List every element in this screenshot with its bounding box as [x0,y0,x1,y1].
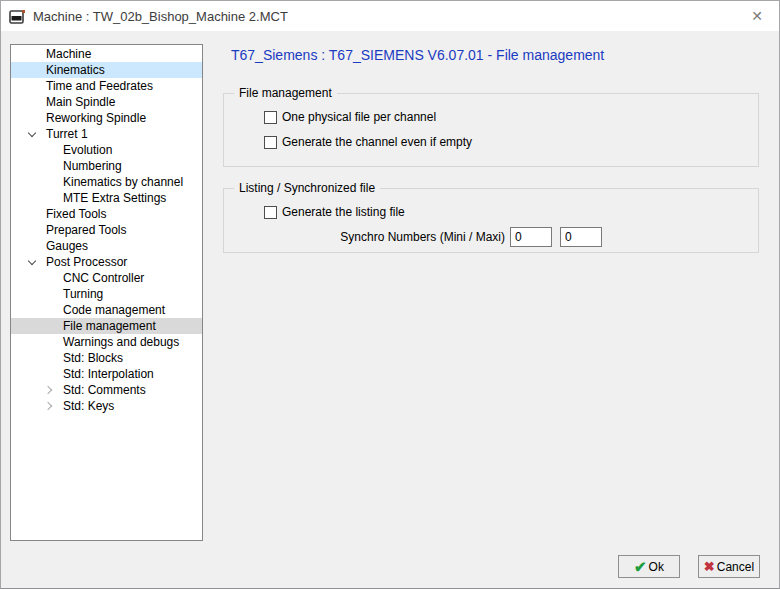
tree-item-label: Std: Comments [63,383,146,397]
tree-item-prepared-tools[interactable]: Prepared Tools [11,222,202,238]
synchro-numbers-label: Synchro Numbers (Mini / Maxi) [224,230,505,244]
synchro-maxi-field[interactable] [560,227,602,247]
tree-item-label: Std: Blocks [63,351,123,365]
checkbox-row: One physical file per channel [264,110,436,124]
tree-item-post-processor[interactable]: Post Processor [11,254,202,270]
tree-item-code-management[interactable]: Code management [11,302,202,318]
title-bar: Machine : TW_02b_Bishop_Machine 2.MCT ✕ [1,1,779,31]
x-icon: ✖ [704,560,715,573]
tree-item-label: Time and Feedrates [46,79,153,93]
tree-item-label: Prepared Tools [46,223,127,237]
machine-icon [9,9,26,24]
tree-item-label: Kinematics by channel [63,175,183,189]
tree-item-label: Evolution [63,143,112,157]
tree-item-label: Code management [63,303,165,317]
close-icon[interactable]: ✕ [735,1,779,31]
tree-item-gauges[interactable]: Gauges [11,238,202,254]
group-listing-synchronized-file: Listing / Synchronized file Generate the… [223,188,759,253]
checkbox-generate-listing-file[interactable] [264,206,277,219]
tree-item-label: Main Spindle [46,95,115,109]
cancel-button[interactable]: ✖ Cancel [698,555,760,578]
tree-item-label: Kinematics [46,63,105,77]
tree-item-numbering[interactable]: Numbering [11,158,202,174]
tree-item-label: Std: Keys [63,399,114,413]
tree-item-label: File management [63,319,156,333]
checkbox-one-physical-file-per-channel[interactable] [264,111,277,124]
tree-item-std-interpolation[interactable]: Std: Interpolation [11,366,202,382]
tree-item-std-blocks[interactable]: Std: Blocks [11,350,202,366]
window-title: Machine : TW_02b_Bishop_Machine 2.MCT [33,9,288,24]
ok-button-label: Ok [649,560,664,574]
cancel-button-label: Cancel [717,560,754,574]
tree-item-label: Turning [63,287,103,301]
tree-item-label: Turret 1 [46,127,88,141]
tree-item-turning[interactable]: Turning [11,286,202,302]
chevron-right-icon[interactable] [41,382,57,398]
tree-item-label: Numbering [63,159,122,173]
tree-item-std-keys[interactable]: Std: Keys [11,398,202,414]
tree-item-turret-1[interactable]: Turret 1 [11,126,202,142]
machine-settings-tree: Machine Kinematics Time and Feedrates Ma… [10,44,203,541]
tree-item-mte-extra-settings[interactable]: MTE Extra Settings [11,190,202,206]
group-title: Listing / Synchronized file [234,181,380,195]
tree-item-label: Fixed Tools [46,207,106,221]
tree-item-file-management[interactable]: File management [11,318,202,334]
tree-item-label: CNC Controller [63,271,144,285]
tree-item-kinematics-by-channel[interactable]: Kinematics by channel [11,174,202,190]
tree-item-reworking-spindle[interactable]: Reworking Spindle [11,110,202,126]
tree-item-kinematics[interactable]: Kinematics [11,62,202,78]
tree-item-label: MTE Extra Settings [63,191,166,205]
tree-item-evolution[interactable]: Evolution [11,142,202,158]
checkbox-label: One physical file per channel [282,110,436,124]
ok-button[interactable]: ✔ Ok [618,555,680,578]
chevron-down-icon[interactable] [24,126,40,142]
page-title: T67_Siemens : T67_SIEMENS V6.07.01 - Fil… [231,47,604,63]
tree-item-label: Post Processor [46,255,127,269]
tree-item-main-spindle[interactable]: Main Spindle [11,94,202,110]
tree-item-label: Reworking Spindle [46,111,146,125]
tree-item-warnings-and-debugs[interactable]: Warnings and debugs [11,334,202,350]
tree-item-label: Warnings and debugs [63,335,179,349]
chevron-right-icon[interactable] [41,398,57,414]
machine-dialog: Machine : TW_02b_Bishop_Machine 2.MCT ✕ … [0,0,780,589]
chevron-down-icon[interactable] [24,254,40,270]
tree-item-label: Std: Interpolation [63,367,154,381]
checkbox-label: Generate the listing file [282,205,405,219]
tree-item-cnc-controller[interactable]: CNC Controller [11,270,202,286]
check-icon: ✔ [634,559,647,574]
tree-item-label: Machine [46,47,91,61]
tree-item-time-and-feedrates[interactable]: Time and Feedrates [11,78,202,94]
tree-item-label: Gauges [46,239,88,253]
checkbox-row: Generate the channel even if empty [264,135,472,149]
group-file-management: File management One physical file per ch… [223,93,759,167]
tree-item-machine[interactable]: Machine [11,46,202,62]
checkbox-label: Generate the channel even if empty [282,135,472,149]
synchro-mini-field[interactable] [510,227,552,247]
checkbox-row: Generate the listing file [264,205,405,219]
checkbox-generate-channel-even-if-empty[interactable] [264,136,277,149]
tree-item-std-comments[interactable]: Std: Comments [11,382,202,398]
tree-item-fixed-tools[interactable]: Fixed Tools [11,206,202,222]
group-title: File management [234,86,337,100]
